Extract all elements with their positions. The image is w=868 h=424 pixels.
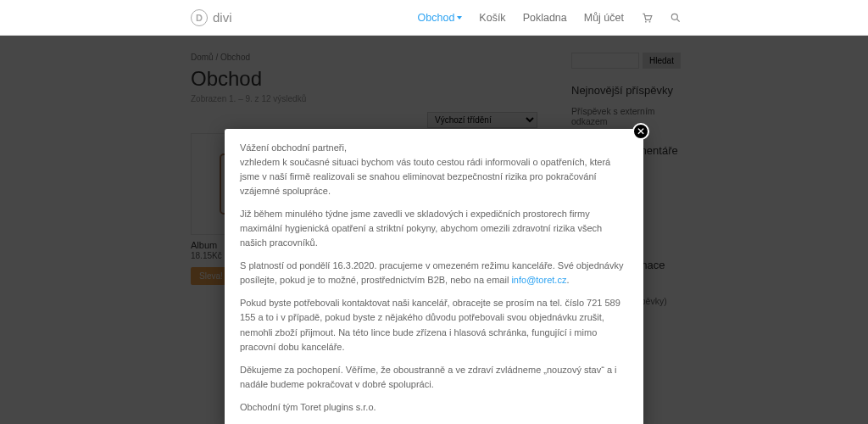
modal-p: Obchodní tým Toret plugins s.r.o. [240,400,628,415]
modal-p: S platností od pondělí 16.3.2020. pracuj… [240,259,628,287]
modal-p: Vážení obchodní partneři,vzhledem k souč… [240,141,628,198]
svg-point-0 [645,20,647,22]
search-icon[interactable] [670,12,682,24]
nav-shop[interactable]: Obchod [418,12,463,24]
brand-text: divi [213,10,232,25]
logo[interactable]: D divi [191,9,232,26]
nav-account[interactable]: Můj účet [584,12,624,24]
cart-icon[interactable] [641,12,653,24]
modal-p: Pokud byste potřebovali kontaktovat naši… [240,296,628,354]
svg-point-1 [649,20,651,22]
chevron-down-icon [457,16,462,20]
primary-nav: Obchod Košík Pokladna Můj účet [418,12,682,24]
topbar: D divi Obchod Košík Pokladna Můj účet [0,0,868,36]
notice-modal: ✕ Vážení obchodní partneři,vzhledem k so… [225,129,643,424]
nav-checkout[interactable]: Pokladna [523,12,567,24]
modal-p: Již během minulého týdne jsme zavedli ve… [240,207,628,250]
svg-line-3 [677,19,680,21]
nav-cart[interactable]: Košík [479,12,505,24]
svg-point-2 [671,14,677,20]
modal-p: Děkujeme za pochopení. Věříme, že oboust… [240,363,628,392]
email-link[interactable]: info@toret.cz [511,275,566,285]
logo-badge-icon: D [191,9,208,26]
close-icon[interactable]: ✕ [632,123,649,140]
